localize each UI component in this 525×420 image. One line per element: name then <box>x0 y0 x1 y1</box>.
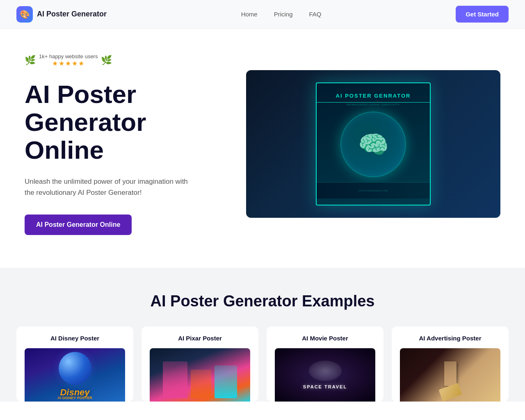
logo-emoji: 🎨 <box>20 9 30 19</box>
disney-card-title: AI Disney Poster <box>25 335 125 342</box>
pixar-building-1 <box>163 361 187 398</box>
hero-badge: 🌿 1k+ happy website users ★★★★★ 🌿 <box>25 53 221 67</box>
example-card-disney: AI Disney Poster Disney AI DISNEY POSTER <box>16 326 133 402</box>
disney-overlay-text: AI DISNEY POSTER <box>25 396 125 400</box>
ad-lamp-stand <box>444 361 457 386</box>
advertising-card-title: AI Advertising Poster <box>400 335 500 342</box>
movie-card-image: SPACE TRAVEL <box>275 348 375 402</box>
advertising-card-image <box>400 348 500 402</box>
laurel-right-icon: 🌿 <box>101 55 112 66</box>
movie-nebula-graphic <box>309 361 342 381</box>
pixar-card-image <box>150 348 250 402</box>
nav-faq-link[interactable]: FAQ <box>309 11 322 18</box>
pixar-card-title: AI Pixar Poster <box>150 335 250 342</box>
example-card-advertising: AI Advertising Poster <box>392 326 509 402</box>
get-started-button[interactable]: Get Started <box>456 6 509 23</box>
pixar-building-3 <box>215 365 237 398</box>
examples-grid: AI Disney Poster Disney AI DISNEY POSTER… <box>16 326 509 402</box>
brand: 🎨 AI Poster Generator <box>16 6 107 23</box>
brand-logo-icon: 🎨 <box>16 6 33 23</box>
disney-image-content: Disney AI DISNEY POSTER <box>25 348 125 402</box>
ad-lamp-shade <box>438 383 462 401</box>
brain-graphic: 🧠 <box>340 112 406 177</box>
hero-subtitle: Unleash the unlimited power of your imag… <box>25 176 197 198</box>
badge-content: 1k+ happy website users ★★★★★ <box>39 53 98 67</box>
badge-text: 1k+ happy website users <box>39 53 98 59</box>
pixar-image-content <box>150 348 250 402</box>
movie-image-content: SPACE TRAVEL <box>275 348 375 402</box>
nav-pricing-link[interactable]: Pricing <box>274 11 293 18</box>
poster-mockup-title: AI POSTER GENRATOR <box>317 89 430 103</box>
hero-left: 🌿 1k+ happy website users ★★★★★ 🌿 AI Pos… <box>25 53 221 235</box>
example-card-movie: AI Movie Poster SPACE TRAVEL <box>267 326 383 402</box>
hero-title: AI Poster Generator Online <box>25 80 221 164</box>
nav-links: Home Pricing FAQ <box>241 11 322 18</box>
pixar-building-2 <box>191 370 211 398</box>
navbar: 🎨 AI Poster Generator Home Pricing FAQ G… <box>0 0 525 29</box>
example-card-pixar: AI Pixar Poster <box>142 326 258 402</box>
hero-cta-button[interactable]: AI Poster Generator Online <box>25 215 132 235</box>
brain-icon: 🧠 <box>358 130 389 159</box>
laurel-left-icon: 🌿 <box>25 55 36 66</box>
poster-footer-text: AIPOSTERGENAR.COM <box>358 189 388 192</box>
star-rating: ★★★★★ <box>52 59 85 67</box>
hero-section: 🌿 1k+ happy website users ★★★★★ 🌿 AI Pos… <box>0 29 525 268</box>
movie-title-text: SPACE TRAVEL <box>303 384 347 389</box>
poster-footer: AIPOSTERGENAR.COM <box>317 182 430 199</box>
movie-card-title: AI Movie Poster <box>275 335 375 342</box>
examples-section: AI Poster Generator Examples AI Disney P… <box>0 268 525 402</box>
hero-right: AI POSTER GENRATOR REIMAGINING VISUAL CR… <box>221 70 500 218</box>
poster-subtitle: REIMAGINING VISUAL CREATIVITY <box>346 103 401 107</box>
poster-mockup: AI POSTER GENRATOR REIMAGINING VISUAL CR… <box>316 82 431 205</box>
hero-image: AI POSTER GENRATOR REIMAGINING VISUAL CR… <box>246 70 500 218</box>
ad-image-content <box>400 348 500 402</box>
nav-home-link[interactable]: Home <box>241 11 258 18</box>
examples-title: AI Poster Generator Examples <box>16 292 509 310</box>
brand-name: AI Poster Generator <box>37 10 107 18</box>
disney-planet-graphic <box>59 352 91 385</box>
disney-card-image: Disney AI DISNEY POSTER <box>25 348 125 402</box>
